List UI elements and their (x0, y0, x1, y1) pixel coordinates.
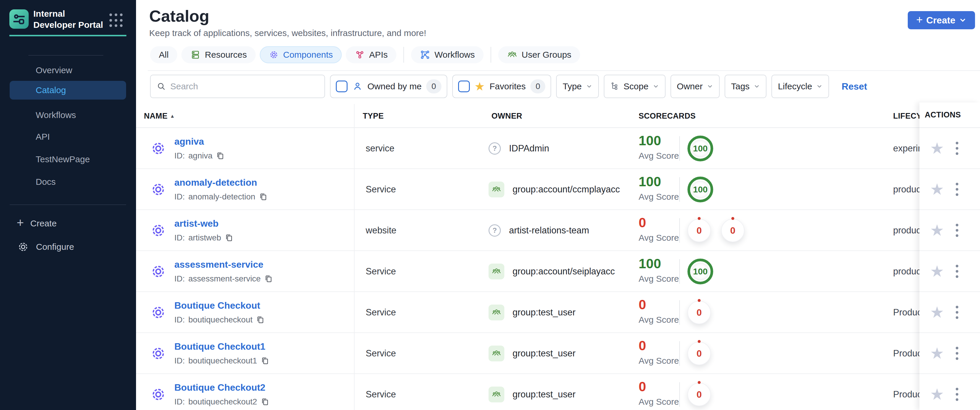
kebab-menu-icon[interactable] (954, 140, 960, 157)
type-dropdown[interactable]: Type (556, 75, 598, 98)
avg-score-value: 100 (639, 256, 679, 271)
tab-workflows[interactable]: Workflows (411, 46, 484, 63)
type-cell: Service (366, 374, 396, 410)
owner-name: group:account/seiplayacc (512, 266, 615, 277)
entity-name-link[interactable]: anomaly-detection (174, 177, 268, 188)
copy-icon[interactable] (259, 192, 268, 201)
scorecard-divider (679, 177, 680, 202)
favorite-star-button[interactable]: ★ (930, 140, 944, 156)
favorite-star-icon: ★ (474, 81, 485, 92)
table-row: artist-web ID: artistweb website ? artis… (136, 210, 980, 251)
sidebar-item-testnewpage[interactable]: TestNewPage (10, 151, 126, 168)
brand-accent-bar (10, 35, 126, 36)
entity-name-link[interactable]: Boutique Checkout (174, 300, 265, 311)
main-content: Catalog Keep track of applications, serv… (136, 0, 980, 410)
table-row: Boutique Checkout ID: boutiquecheckout S… (136, 292, 980, 333)
column-header-owner[interactable]: OWNER (492, 112, 522, 121)
avg-score-value: 100 (639, 174, 679, 190)
avg-score-label: Avg Score (639, 397, 679, 407)
tab-user-groups[interactable]: User Groups (498, 46, 580, 63)
sidebar-item-label: Overview (36, 65, 72, 75)
tab-resources[interactable]: Resources (181, 46, 255, 63)
avg-score-label: Avg Score (639, 356, 679, 366)
type-cell: Service (366, 169, 396, 210)
scope-dropdown[interactable]: Scope (604, 75, 665, 98)
tab-all[interactable]: All (150, 46, 177, 63)
catalog-page: Internal Developer Portal Overview Catal… (0, 0, 980, 410)
favorites-filter[interactable]: ★ Favorites 0 (452, 75, 551, 98)
entity-name-link[interactable]: Boutique Checkout1 (174, 341, 269, 352)
group-owner-icon (488, 386, 504, 402)
kebab-menu-icon[interactable] (954, 263, 960, 280)
entity-name-link[interactable]: Boutique Checkout2 (174, 382, 269, 393)
id-label: ID: (174, 397, 185, 407)
tab-label: Components (283, 50, 333, 60)
copy-icon[interactable] (264, 274, 273, 283)
row-actions: ★ (920, 169, 980, 210)
sidebar-item-catalog[interactable]: Catalog (10, 81, 126, 100)
lifecycle-dropdown[interactable]: Lifecycle (772, 75, 829, 98)
sidebar-item-docs[interactable]: Docs (10, 174, 126, 190)
create-button[interactable]: + Create (908, 11, 975, 29)
avg-score-block: 0 Avg Score (639, 338, 679, 366)
owner-name: IDPAdmin (509, 143, 549, 154)
favorite-star-button[interactable]: ★ (930, 345, 944, 361)
kebab-menu-icon[interactable] (954, 222, 960, 239)
column-header-scorecards[interactable]: SCORECARDS (639, 112, 696, 121)
entity-name-block: anomaly-detection ID: anomaly-detection (174, 177, 268, 201)
avg-score-label: Avg Score (639, 315, 679, 325)
id-label: ID: (174, 356, 185, 365)
owner-name: group:test_user (512, 348, 576, 359)
reset-filters-link[interactable]: Reset (842, 81, 867, 92)
copy-icon[interactable] (261, 356, 269, 365)
owner-cell: group:test_user (488, 374, 576, 410)
entity-name-link[interactable]: assessment-service (174, 259, 273, 270)
kebab-menu-icon[interactable] (954, 181, 960, 198)
type-cell: Service (366, 292, 396, 333)
favorite-star-button[interactable]: ★ (930, 222, 944, 238)
column-header-type[interactable]: TYPE (363, 112, 384, 121)
sidebar-item-api[interactable]: API (10, 129, 126, 145)
sidebar: Internal Developer Portal Overview Catal… (0, 0, 136, 410)
kebab-menu-icon[interactable] (954, 345, 960, 362)
copy-icon[interactable] (261, 397, 269, 406)
app-launcher-icon[interactable] (110, 13, 123, 27)
owned-by-me-checkbox[interactable] (336, 81, 348, 92)
entity-name-link[interactable]: agniva (174, 136, 225, 147)
scorecard-divider (679, 341, 680, 366)
component-gear-icon (150, 140, 167, 157)
scorecard-divider (679, 218, 680, 243)
copy-icon[interactable] (256, 316, 265, 324)
column-header-actions: ACTIONS (920, 102, 980, 128)
kebab-menu-icon[interactable] (954, 386, 960, 403)
column-label: SCORECARDS (639, 112, 696, 120)
tab-apis[interactable]: APIs (346, 46, 396, 63)
favorite-star-button[interactable]: ★ (930, 304, 944, 320)
sidebar-create-button[interactable]: + Create (10, 215, 126, 232)
favorites-checkbox[interactable] (458, 81, 470, 92)
copy-icon[interactable] (225, 233, 234, 242)
favorite-star-button[interactable]: ★ (930, 263, 944, 279)
table-row: Boutique Checkout2 ID: boutiquecheckout2… (136, 374, 980, 410)
column-header-name[interactable]: NAME▲ (144, 112, 175, 121)
kebab-menu-icon[interactable] (954, 304, 960, 321)
column-label: TYPE (363, 112, 384, 120)
entity-tabs: All Resources (150, 46, 580, 64)
copy-icon[interactable] (216, 152, 225, 160)
search-box[interactable] (150, 75, 325, 98)
entity-name-link[interactable]: artist-web (174, 218, 234, 229)
owned-by-me-filter[interactable]: Owned by me 0 (330, 75, 447, 98)
favorite-star-button[interactable]: ★ (930, 181, 944, 197)
favorite-star-button[interactable]: ★ (930, 386, 944, 402)
search-input[interactable] (170, 81, 318, 91)
sidebar-item-workflows[interactable]: Workflows (10, 107, 126, 123)
favorites-label: Favorites (490, 81, 526, 91)
sidebar-configure-button[interactable]: Configure (10, 238, 126, 255)
owner-dropdown[interactable]: Owner (670, 75, 720, 98)
sidebar-item-overview[interactable]: Overview (10, 62, 126, 78)
entity-id: ID: boutiquecheckout1 (174, 356, 269, 365)
tab-components[interactable]: Components (260, 46, 342, 63)
tags-dropdown[interactable]: Tags (725, 75, 767, 98)
avg-score-block: 100 Avg Score (639, 174, 679, 202)
id-label: ID: (174, 315, 185, 324)
